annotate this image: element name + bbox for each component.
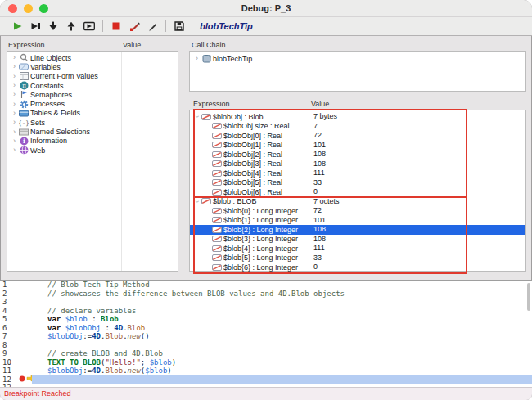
chevron-right-icon[interactable]: › xyxy=(11,54,18,61)
variable-icon xyxy=(211,179,223,186)
code-line[interactable]: 8 xyxy=(0,341,532,350)
watch-row[interactable]: $blob{5} : Long Integer33 xyxy=(190,254,525,263)
tree-item-variables[interactable]: ›Variables xyxy=(7,62,178,71)
line-number[interactable]: 3 xyxy=(0,298,19,306)
code-line[interactable]: 9// create BLOB and 4D.Blob xyxy=(0,349,532,358)
watch-value: 108 xyxy=(313,160,326,169)
tree-item-tables-fields[interactable]: ›Tables & Fields xyxy=(7,109,178,118)
watch-row[interactable]: $blob{2} : Long Integer108 xyxy=(190,225,525,235)
line-number[interactable]: 4 xyxy=(0,307,19,315)
watch-row[interactable]: $blobObj[4] : Real111 xyxy=(190,169,525,178)
watch-row[interactable]: $blobObj[1] : Real101 xyxy=(190,141,525,151)
tree-item-named-selections[interactable]: ›Named Selections xyxy=(7,127,178,136)
watch-row[interactable]: $blob{1} : Long Integer101 xyxy=(190,216,525,226)
chevron-down-icon[interactable]: › xyxy=(193,113,201,120)
line-number[interactable]: 8 xyxy=(0,341,19,349)
variable-icon xyxy=(211,151,223,158)
tree-item-label: Named Selections xyxy=(30,128,90,136)
tree-item-line-objects[interactable]: ›Line Objects xyxy=(7,53,178,62)
line-number[interactable]: 2 xyxy=(0,290,19,298)
left-expression-header: Expression xyxy=(8,41,45,49)
chevron-down-icon[interactable]: › xyxy=(193,198,201,205)
line-number[interactable]: 12 xyxy=(0,375,19,384)
flag-icon xyxy=(18,90,29,99)
step-into-icon xyxy=(47,21,59,31)
tree-item-web[interactable]: ›Web xyxy=(7,146,178,155)
code-line[interactable]: 4// declare variables xyxy=(0,307,532,316)
watch-value: 7 xyxy=(313,122,318,132)
code-line[interactable]: 6var $blobObj : 4D.Blob xyxy=(0,324,532,333)
breakpoint-icon[interactable] xyxy=(19,375,26,384)
chevron-right-icon[interactable]: › xyxy=(11,91,18,98)
call-chain-item[interactable]: ›blobTechTip xyxy=(190,54,525,63)
code-line[interactable]: 5var $blob : Blob xyxy=(0,315,532,324)
chevron-right-icon[interactable]: › xyxy=(11,128,18,136)
save-button[interactable] xyxy=(170,19,188,34)
code-line[interactable]: 12 xyxy=(0,375,532,384)
title-bar[interactable]: Debug: P_3 xyxy=(0,0,532,17)
watch-row[interactable]: $blobObj[2] : Real108 xyxy=(190,150,525,160)
chevron-right-icon[interactable]: › xyxy=(11,146,18,154)
svg-text:π: π xyxy=(22,83,26,89)
step-into-process-button[interactable] xyxy=(80,19,98,34)
step-over-icon xyxy=(29,21,41,31)
abort-button[interactable] xyxy=(107,19,125,34)
chevron-right-icon[interactable]: › xyxy=(11,119,18,126)
line-number[interactable]: 9 xyxy=(0,349,19,357)
edit-button[interactable] xyxy=(143,19,161,34)
line-number[interactable]: 10 xyxy=(0,358,19,366)
watch-value: 7 bytes xyxy=(313,112,337,122)
chevron-right-icon[interactable]: › xyxy=(11,137,18,145)
code-line[interactable]: 1// Blob Tech Tip Method xyxy=(0,281,532,290)
tree-item-label: Web xyxy=(30,146,45,155)
info-icon: i xyxy=(18,137,29,146)
tree-item-semaphores[interactable]: ›Semaphores xyxy=(7,90,178,99)
code-editor[interactable]: 1// Blob Tech Tip Method2// showcases th… xyxy=(0,280,532,387)
watch-expression: $blobObj : Blob xyxy=(213,113,264,121)
code-line[interactable]: 11$blobObj:=4D.Blob.new($blob) xyxy=(0,366,532,375)
save-icon xyxy=(174,21,185,31)
watch-row[interactable]: $blobObj[0] : Real72 xyxy=(190,131,525,141)
watch-row[interactable]: $blobObj[3] : Real108 xyxy=(190,160,525,169)
search-icon xyxy=(18,53,29,62)
code-line[interactable]: 7$blobObj:=4D.Blob.new() xyxy=(0,332,532,341)
variable-icon xyxy=(211,245,223,252)
abort-and-edit-button[interactable] xyxy=(125,19,143,34)
code-line[interactable]: 10TEXT TO BLOB("Hello!"; $blob) xyxy=(0,358,532,367)
code-line[interactable]: 3 xyxy=(0,298,532,307)
code-line[interactable]: 2// showcases the difference between BLO… xyxy=(0,290,532,299)
tree-item-sets[interactable]: ›{-}Sets xyxy=(7,118,178,127)
watch-row[interactable]: $blobObj[5] : Real33 xyxy=(190,178,525,188)
editor-scrollbar[interactable] xyxy=(527,283,530,311)
step-out-button[interactable] xyxy=(62,19,80,34)
tree-item-information[interactable]: ›iInformation xyxy=(7,137,178,146)
watch-row[interactable]: ›$blobObj : Blob7 bytes xyxy=(190,112,525,122)
chevron-right-icon[interactable]: › xyxy=(11,110,18,117)
watch-row[interactable]: $blobObj.size : Real7 xyxy=(190,122,525,132)
chevron-right-icon[interactable]: › xyxy=(11,73,18,80)
line-number[interactable]: 5 xyxy=(0,315,19,323)
chevron-right-icon[interactable]: › xyxy=(11,82,18,89)
watch-row[interactable]: ›$blob : BLOB7 octets xyxy=(190,197,525,207)
watch-row[interactable]: $blob{4} : Long Integer111 xyxy=(190,244,525,254)
watch-row[interactable]: $blob{3} : Long Integer108 xyxy=(190,235,525,245)
watch-row[interactable]: $blobObj[6] : Real0 xyxy=(190,187,525,197)
watch-row[interactable]: $blob{0} : Long Integer72 xyxy=(190,206,525,216)
chevron-right-icon[interactable]: › xyxy=(11,101,18,108)
tree-item-processes[interactable]: ›Processes xyxy=(7,99,178,108)
continue-button[interactable] xyxy=(8,19,26,34)
tree-item-constants[interactable]: ›πConstants xyxy=(7,81,178,90)
gutter-markers[interactable] xyxy=(19,375,32,384)
line-number[interactable]: 11 xyxy=(0,366,19,375)
chevron-right-icon[interactable]: › xyxy=(11,63,18,70)
line-number[interactable]: 6 xyxy=(0,324,19,332)
line-number[interactable]: 7 xyxy=(0,332,19,340)
watch-expression: $blobObj[4] : Real xyxy=(223,169,282,178)
step-over-button[interactable] xyxy=(26,19,44,34)
line-number[interactable]: 1 xyxy=(0,281,19,289)
watch-row[interactable]: $blob{6} : Long Integer0 xyxy=(190,263,525,272)
chevron-right-icon[interactable]: › xyxy=(193,55,201,62)
tree-item-current-form-values[interactable]: ›Current Form Values xyxy=(7,72,178,81)
variable-tag-icon xyxy=(18,63,29,70)
step-into-button[interactable] xyxy=(44,19,62,34)
